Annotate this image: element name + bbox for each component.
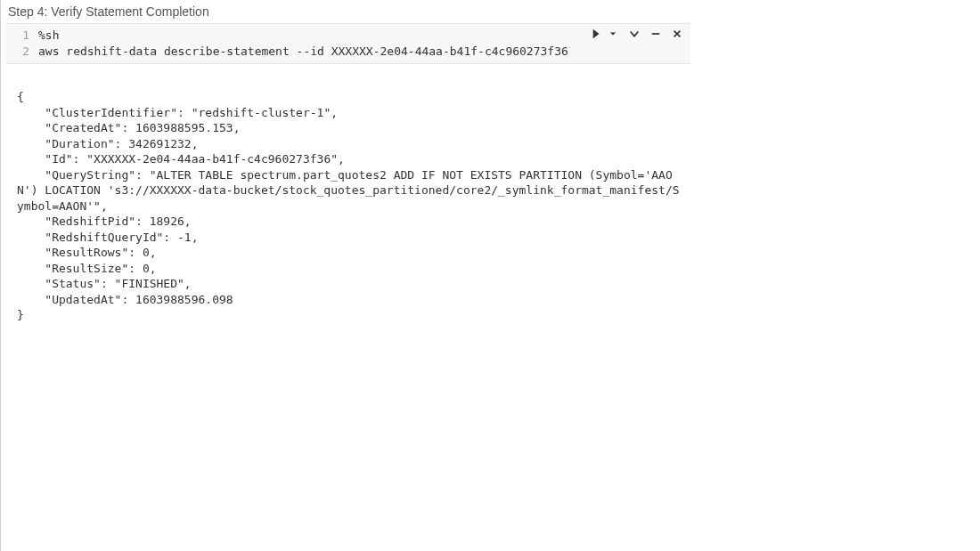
code-editor[interactable]: 1 %sh 2 aws redshift-data describe-state…	[6, 24, 690, 63]
run-menu-caret-icon[interactable]	[607, 28, 619, 40]
chevron-down-icon[interactable]	[628, 28, 641, 40]
cell-output: { "ClusterIdentifier": "redshift-cluster…	[1, 64, 685, 323]
cell-toolbar	[591, 28, 683, 40]
code-text: %sh	[38, 28, 59, 44]
cell-title: Step 4: Verify Statement Completion	[1, 0, 980, 23]
minimize-icon[interactable]	[649, 28, 662, 40]
code-cell[interactable]: 1 %sh 2 aws redshift-data describe-state…	[6, 23, 690, 64]
code-line: 2 aws redshift-data describe-statement -…	[6, 44, 690, 60]
close-icon[interactable]	[671, 28, 683, 40]
line-number: 2	[6, 44, 38, 60]
code-line: 1 %sh	[6, 28, 690, 44]
run-icon[interactable]	[591, 28, 603, 40]
line-number: 1	[6, 28, 38, 44]
code-text: aws redshift-data describe-statement --i…	[38, 44, 568, 60]
